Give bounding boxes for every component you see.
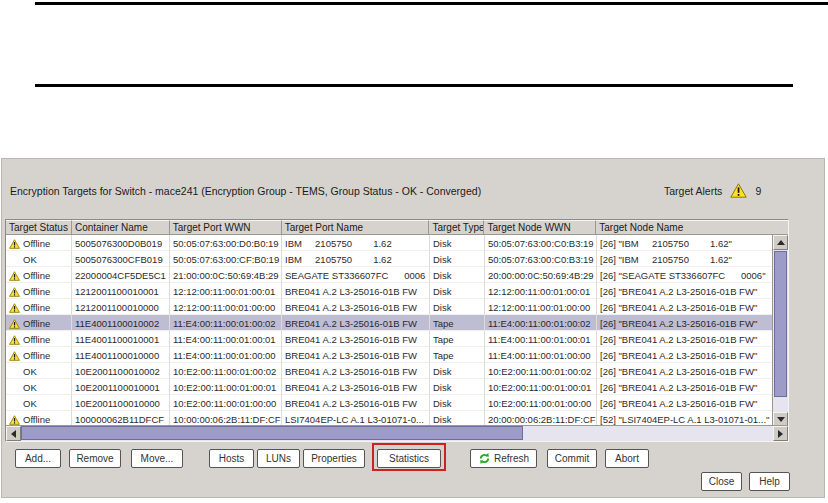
commit-button[interactable]: Commit	[547, 449, 597, 468]
close-button[interactable]: Close	[701, 472, 742, 491]
header-corner	[772, 220, 788, 235]
target-node-wwn-cell: 11:E4:00:11:00:01:00:00	[485, 347, 597, 363]
target-node-name-cell: [26] "BRE041 A.2 L3-25016-01B FW"	[597, 283, 773, 299]
target-type-cell: Disk	[430, 251, 485, 267]
column-header-target-status[interactable]: Target Status	[6, 220, 72, 235]
down-arrow-icon	[777, 417, 785, 422]
target-node-wwn-cell: 11:E4:00:11:00:01:00:02	[485, 315, 597, 331]
target-status-cell: OK	[6, 379, 72, 395]
horizontal-scroll-thumb[interactable]	[21, 426, 523, 440]
status-warning-icon	[9, 335, 20, 345]
table-row[interactable]: OK 10E2001100010002 10:E2:00:11:00:01:00…	[6, 363, 788, 379]
horizontal-scrollbar[interactable]	[6, 425, 788, 441]
table-row[interactable]: OK 5005076300CFB019 50:05:07:63:00:CF:B0…	[6, 251, 788, 267]
refresh-button[interactable]: Refresh	[470, 449, 537, 468]
target-alerts: Target Alerts 9	[664, 183, 761, 198]
column-header-target-node-name[interactable]: Target Node Name	[596, 220, 772, 235]
column-header-target-type[interactable]: Target Type	[429, 220, 484, 235]
container-name-cell: 11E4001100010002	[72, 315, 170, 331]
target-node-name-cell: [26] "IBM 2105750 1.62"	[597, 235, 773, 251]
target-status-cell: Offline	[6, 315, 72, 331]
target-node-wwn-cell: 10:E2:00:11:00:01:00:02	[485, 363, 597, 379]
table-row[interactable]: Offline 1212001100010001 12:12:00:11:00:…	[6, 283, 788, 299]
target-port-name-cell: BRE041 A.2 L3-25016-01B FW	[282, 299, 430, 315]
target-port-name-cell: IBM 2105750 1.62	[282, 251, 430, 267]
table-row[interactable]: Offline 11E4001100010000 11:E4:00:11:00:…	[6, 347, 788, 363]
move-button[interactable]: Move...	[131, 449, 183, 468]
column-header-target-node-wwn[interactable]: Target Node WWN	[484, 220, 596, 235]
container-name-cell: 1212001100010000	[72, 299, 170, 315]
target-node-wwn-cell: 12:12:00:11:00:01:00:00	[485, 299, 597, 315]
column-header-container-name[interactable]: Container Name	[72, 220, 170, 235]
container-name-cell: 5005076300D0B019	[72, 235, 170, 251]
table-header: Target Status Container Name Target Port…	[6, 220, 788, 235]
table-row[interactable]: OK 10E2001100010001 10:E2:00:11:00:01:00…	[6, 379, 788, 395]
status-warning-icon	[9, 351, 20, 361]
target-node-wwn-cell: 50:05:07:63:00:C0:B3:19	[485, 235, 597, 251]
status-label: Offline	[23, 270, 50, 281]
target-type-cell: Disk	[430, 235, 485, 251]
target-type-cell: Disk	[430, 299, 485, 315]
target-alerts-label: Target Alerts	[664, 185, 722, 197]
table-row[interactable]: OK 10E2001100010000 10:E2:00:11:00:01:00…	[6, 395, 788, 411]
add-button[interactable]: Add...	[15, 449, 61, 468]
target-port-name-cell: SEAGATE ST336607FC 0006	[282, 267, 430, 283]
refresh-label: Refresh	[494, 453, 529, 464]
target-status-cell: Offline	[6, 299, 72, 315]
target-node-name-cell: [26] "IBM 2105750 1.62"	[597, 251, 773, 267]
scroll-up-button[interactable]	[773, 235, 788, 250]
target-port-name-cell: BRE041 A.2 L3-25016-01B FW	[282, 395, 430, 411]
table-row[interactable]: Offline 1212001100010000 12:12:00:11:00:…	[6, 299, 788, 315]
status-label: OK	[23, 366, 37, 377]
help-button[interactable]: Help	[749, 472, 790, 491]
vertical-scrollbar[interactable]	[772, 235, 788, 427]
target-status-cell: Offline	[6, 331, 72, 347]
status-label: Offline	[23, 350, 50, 361]
up-arrow-icon	[777, 240, 785, 245]
target-port-wwn-cell: 11:E4:00:11:00:01:00:00	[170, 347, 282, 363]
statistics-annotation-box	[372, 443, 446, 471]
target-type-cell: Tape	[430, 331, 485, 347]
column-header-target-port-name[interactable]: Target Port Name	[282, 220, 430, 235]
remove-button[interactable]: Remove	[69, 449, 121, 468]
table-row[interactable]: Offline 5005076300D0B019 50:05:07:63:00:…	[6, 235, 788, 251]
target-node-name-cell: [26] "BRE041 A.2 L3-25016-01B FW"	[597, 363, 773, 379]
container-name-cell: 10E2001100010001	[72, 379, 170, 395]
encryption-targets-dialog: Encryption Targets for Switch - mace241 …	[1, 158, 825, 498]
column-header-target-port-wwn[interactable]: Target Port WWN	[170, 220, 282, 235]
left-arrow-icon	[11, 430, 16, 438]
scroll-left-button[interactable]	[6, 426, 21, 441]
status-label: OK	[23, 254, 37, 265]
target-node-name-cell: [26] "BRE041 A.2 L3-25016-01B FW"	[597, 315, 773, 331]
target-node-name-cell: [26] "BRE041 A.2 L3-25016-01B FW"	[597, 299, 773, 315]
container-name-cell: 22000004CF5DE5C1	[72, 267, 170, 283]
target-port-name-cell: BRE041 A.2 L3-25016-01B FW	[282, 283, 430, 299]
properties-button[interactable]: Properties	[303, 449, 365, 468]
scroll-right-button[interactable]	[773, 426, 788, 441]
vertical-scroll-thumb[interactable]	[774, 251, 787, 397]
target-port-wwn-cell: 10:E2:00:11:00:01:00:00	[170, 395, 282, 411]
target-node-wwn-cell: 50:05:07:63:00:C0:B3:19	[485, 251, 597, 267]
table-body: Offline 5005076300D0B019 50:05:07:63:00:…	[6, 235, 788, 427]
target-node-wwn-cell: 11:E4:00:11:00:01:00:01	[485, 331, 597, 347]
target-alerts-count: 9	[755, 185, 761, 197]
dialog-title: Encryption Targets for Switch - mace241 …	[10, 185, 481, 197]
target-type-cell: Disk	[430, 395, 485, 411]
target-type-cell: Disk	[430, 267, 485, 283]
abort-button[interactable]: Abort	[605, 449, 649, 468]
status-warning-icon	[9, 303, 20, 313]
table-row[interactable]: Offline 11E4001100010002 11:E4:00:11:00:…	[6, 315, 788, 331]
refresh-icon	[478, 452, 491, 465]
target-port-name-cell: BRE041 A.2 L3-25016-01B FW	[282, 379, 430, 395]
hosts-button[interactable]: Hosts	[209, 449, 254, 468]
target-port-wwn-cell: 11:E4:00:11:00:01:00:02	[170, 315, 282, 331]
container-name-cell: 11E4001100010000	[72, 347, 170, 363]
status-label: Offline	[23, 414, 50, 425]
table-row[interactable]: Offline 22000004CF5DE5C1 21:00:00:0C:50:…	[6, 267, 788, 283]
status-warning-icon	[9, 271, 20, 281]
container-name-cell: 10E2001100010002	[72, 363, 170, 379]
container-name-cell: 11E4001100010001	[72, 331, 170, 347]
luns-button[interactable]: LUNs	[257, 449, 300, 468]
table-row[interactable]: Offline 11E4001100010001 11:E4:00:11:00:…	[6, 331, 788, 347]
horizontal-scroll-track[interactable]	[523, 426, 773, 441]
